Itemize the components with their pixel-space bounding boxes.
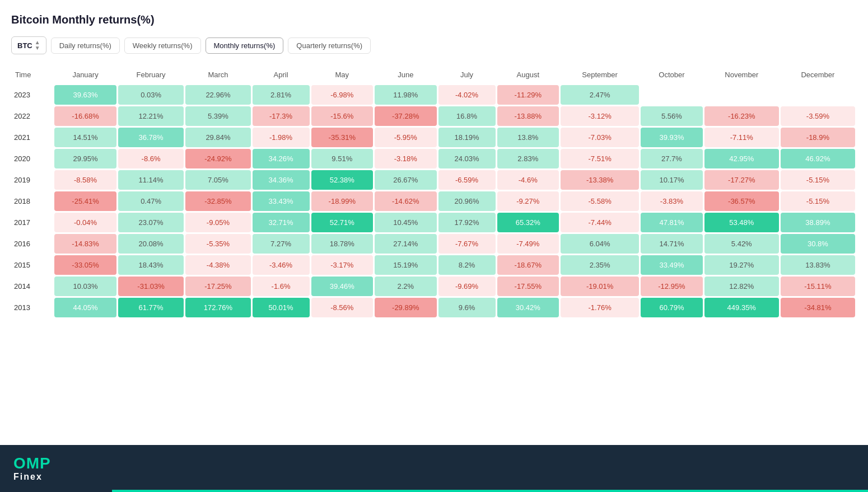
value-cell: 30.8% <box>781 234 855 254</box>
value-cell: -12.95% <box>641 277 702 296</box>
value-cell: -29.89% <box>375 298 436 317</box>
value-cell: 65.32% <box>497 213 559 232</box>
value-cell: 0.47% <box>118 191 184 211</box>
value-cell: -9.27% <box>497 191 559 211</box>
tab-daily[interactable]: Daily returns(%) <box>51 38 120 54</box>
value-cell: -14.62% <box>375 191 436 211</box>
col-september: September <box>561 66 639 83</box>
value-cell: 13.8% <box>497 128 559 147</box>
value-cell: -8.56% <box>311 298 373 317</box>
tab-weekly[interactable]: Weekly returns(%) <box>124 38 201 54</box>
tab-monthly[interactable]: Monthly returns(%) <box>206 38 284 54</box>
value-cell: 23.07% <box>118 213 184 232</box>
value-cell: -6.98% <box>311 85 373 105</box>
value-cell: 42.95% <box>704 149 779 168</box>
value-cell: -3.46% <box>253 255 310 275</box>
value-cell: 22.96% <box>185 85 250 105</box>
year-cell: 2022 <box>13 106 53 126</box>
value-cell: -19.01% <box>561 277 639 296</box>
value-cell: -5.95% <box>375 128 436 147</box>
value-cell: -7.11% <box>704 128 779 147</box>
year-cell: 2019 <box>13 170 53 190</box>
value-cell: -17.27% <box>704 170 779 190</box>
year-cell: 2014 <box>13 277 53 296</box>
value-cell: -17.55% <box>497 277 559 296</box>
value-cell: 7.05% <box>185 170 250 190</box>
value-cell: 5.42% <box>704 234 779 254</box>
value-cell: 10.17% <box>641 170 702 190</box>
value-cell: 15.19% <box>375 255 436 275</box>
page-title: Bitcoin Monthly returns(%) <box>11 13 857 26</box>
value-cell: 19.27% <box>704 255 779 275</box>
value-cell: -34.81% <box>781 298 855 317</box>
value-cell: 30.42% <box>497 298 559 317</box>
value-cell: -3.18% <box>375 149 436 168</box>
value-cell: 60.79% <box>641 298 702 317</box>
value-cell: 18.78% <box>311 234 373 254</box>
returns-table-container: Time January February March April May Ju… <box>11 64 857 319</box>
value-cell: 46.92% <box>781 149 855 168</box>
logo-finex: Finex <box>13 472 51 482</box>
value-cell: 50.01% <box>253 298 310 317</box>
table-row: 2022-16.68%12.21%5.39%-17.3%-15.6%-37.28… <box>13 106 855 126</box>
value-cell: 39.46% <box>311 277 373 296</box>
value-cell: -32.85% <box>185 191 250 211</box>
value-cell: -7.51% <box>561 149 639 168</box>
value-cell: 11.14% <box>118 170 184 190</box>
value-cell: 10.03% <box>54 277 116 296</box>
value-cell: -1.6% <box>253 277 310 296</box>
col-august: August <box>497 66 559 83</box>
value-cell: 12.21% <box>118 106 184 126</box>
value-cell: 26.67% <box>375 170 436 190</box>
table-row: 201344.05%61.77%172.76%50.01%-8.56%-29.8… <box>13 298 855 317</box>
tab-quarterly[interactable]: Quarterly returns(%) <box>288 38 371 54</box>
value-cell: 27.14% <box>375 234 436 254</box>
footer: OMP Finex <box>0 445 868 492</box>
sort-arrows-icon: ▲▼ <box>35 40 40 51</box>
value-cell: 34.26% <box>253 149 310 168</box>
value-cell: 33.43% <box>253 191 310 211</box>
value-cell: -7.44% <box>561 213 639 232</box>
value-cell: -15.6% <box>311 106 373 126</box>
value-cell: -13.38% <box>561 170 639 190</box>
col-june: June <box>375 66 436 83</box>
year-cell: 2017 <box>13 213 53 232</box>
table-row: 202029.95%-8.6%-24.92%34.26%9.51%-3.18%2… <box>13 149 855 168</box>
asset-label: BTC <box>17 41 32 50</box>
table-row: 2019-8.58%11.14%7.05%34.36%52.38%26.67%-… <box>13 170 855 190</box>
value-cell: -5.15% <box>781 170 855 190</box>
value-cell: -9.69% <box>438 277 496 296</box>
value-cell: 39.93% <box>641 128 702 147</box>
value-cell: -37.28% <box>375 106 436 126</box>
table-row: 2018-25.41%0.47%-32.85%33.43%-18.99%-14.… <box>13 191 855 211</box>
value-cell: -3.17% <box>311 255 373 275</box>
logo-container: OMP Finex <box>13 455 51 482</box>
year-cell: 2023 <box>13 85 53 105</box>
value-cell: 449.35% <box>704 298 779 317</box>
value-cell: 9.6% <box>438 298 496 317</box>
value-cell: 52.38% <box>311 170 373 190</box>
value-cell: -18.9% <box>781 128 855 147</box>
table-row: 2016-14.83%20.08%-5.35%7.27%18.78%27.14%… <box>13 234 855 254</box>
value-cell: -11.29% <box>497 85 559 105</box>
value-cell: 47.81% <box>641 213 702 232</box>
value-cell: 2.47% <box>561 85 639 105</box>
value-cell: -1.98% <box>253 128 310 147</box>
value-cell: -7.67% <box>438 234 496 254</box>
value-cell: -35.31% <box>311 128 373 147</box>
table-row: 202114.51%36.78%29.84%-1.98%-35.31%-5.95… <box>13 128 855 147</box>
asset-selector[interactable]: BTC ▲▼ <box>11 36 46 54</box>
value-cell: -8.6% <box>118 149 184 168</box>
col-march: March <box>185 66 250 83</box>
year-cell: 2013 <box>13 298 53 317</box>
col-may: May <box>311 66 373 83</box>
value-cell: -18.99% <box>311 191 373 211</box>
value-cell: 52.71% <box>311 213 373 232</box>
value-cell: -9.05% <box>185 213 250 232</box>
value-cell: -7.49% <box>497 234 559 254</box>
value-cell: 17.92% <box>438 213 496 232</box>
year-cell: 2021 <box>13 128 53 147</box>
value-cell: 0.03% <box>118 85 184 105</box>
value-cell: 8.2% <box>438 255 496 275</box>
value-cell: 20.08% <box>118 234 184 254</box>
